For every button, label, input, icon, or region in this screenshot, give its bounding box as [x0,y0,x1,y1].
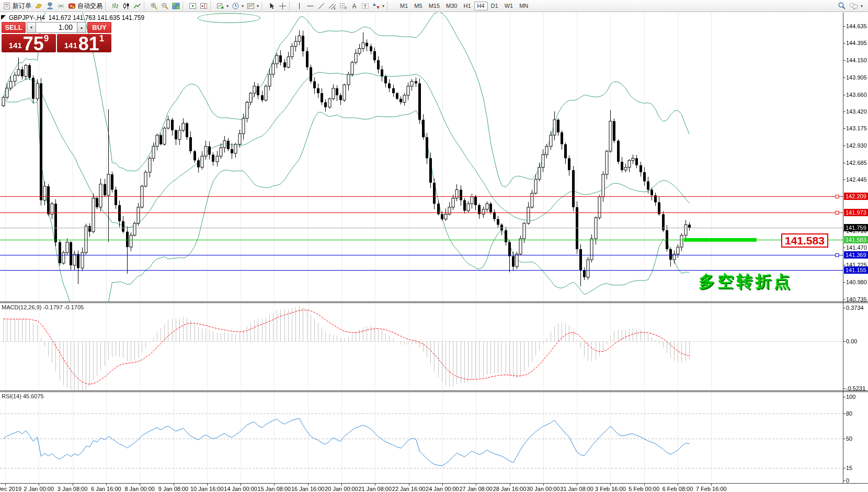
support-headset-icon [46,2,54,10]
fibonacci-button[interactable]: F [338,1,349,11]
time-tick-label: 7 Feb 16:00 [696,486,727,492]
text-label-button[interactable]: T [360,1,371,11]
time-tick-label: 6 Feb 08:00 [663,486,693,492]
auto-trading-label: 自动交易 [77,2,102,10]
sell-price-display[interactable]: 141759 [2,34,56,52]
toolbar-separator [261,2,264,10]
time-tick-label: 9 Jan 08:00 [158,486,189,492]
text-button[interactable]: A [349,1,360,11]
auto-trading-button[interactable]: 自动交易 [66,1,104,11]
dropdown-caret: ▾ [382,4,384,8]
timeframe-h1[interactable]: H1 [460,2,474,10]
tile-windows-button[interactable] [170,1,181,11]
vertical-line-button[interactable] [294,1,305,11]
cursor-icon [268,2,276,10]
search-button[interactable] [836,1,848,11]
ellipse-annotation[interactable] [198,13,260,23]
crosshair-button[interactable] [277,1,288,11]
timeframe-h4[interactable]: H4 [474,2,488,10]
price-line-label: 141.369 [844,251,868,259]
candle-chart-button[interactable] [121,1,132,11]
volume-increase-button[interactable]: ▴ [77,22,86,33]
trading-platform-window: { "toolbar": { "new_order": "新订单", "auto… [0,0,868,492]
new-chart-button[interactable]: ▾ [215,1,230,11]
time-tick-label: 6 Jan 16:00 [91,486,121,492]
crosshair-icon [279,2,287,10]
time-tick-label: 16 Jan 16:00 [291,486,325,492]
equidistant-channel-icon: E [328,2,336,10]
auto-scroll-icon [189,2,197,10]
rsi-axis-label: 100 [846,394,855,400]
timeframe-m15[interactable]: M15 [426,2,443,10]
chart-corner-marker [1,15,6,20]
timeframe-m30[interactable]: M30 [443,2,460,10]
sell-button[interactable]: SELL [2,22,26,33]
price-tick-label: 142.930 [846,142,867,149]
time-tick-label: 15 Jan 08:00 [258,486,291,492]
time-tick-label: 30 Jan 00:00 [527,486,560,492]
line-chart-button[interactable] [132,1,143,11]
price-tick-label: 144.150 [846,57,867,63]
price-line-label: 141.583 [844,236,868,243]
time-tick-label: 10 Jan 16:00 [190,486,224,492]
chat-bubbles-icon [849,2,859,10]
text-label-icon: T [361,2,369,10]
support-button[interactable] [44,1,55,11]
volume-field[interactable]: 1.00 [36,22,77,33]
time-tick-label: 28 Jan 16:00 [493,486,527,492]
price-tick-label: 141.470 [846,244,867,251]
auto-scroll-button[interactable] [187,1,198,11]
profiles-button[interactable]: ▾ [230,1,245,11]
templates-button[interactable]: ▾ [245,1,260,11]
new-order-button[interactable]: 新订单 [2,1,33,11]
macd-axis-label: 0.00 [846,338,857,344]
buy-price-display[interactable]: 141811 [57,34,111,52]
toolbar-right-group: ▾ [836,1,864,11]
svg-text:A: A [352,3,357,10]
arrow-objects-icon [372,2,380,10]
time-tick-label: 21 Jan 08:00 [358,486,392,492]
time-tick-label: 2 Jan 00:00 [24,486,54,492]
turning-point-annotation[interactable]: 多空转折点 [699,271,793,293]
toolbar-separator [144,2,146,10]
price-line-label: 142.209 [844,193,868,200]
toolbar-separator [289,2,292,10]
price-line-label: 141.973 [844,209,868,216]
horizontal-line-button[interactable] [305,1,316,11]
zoom-in-button[interactable] [149,1,159,11]
signals-button[interactable] [55,1,66,11]
buy-price-prefix: 141 [64,41,77,50]
fibonacci-icon: F [339,2,347,10]
toolbar: 新订单 自动交易 ▾ ▾ [0,0,868,12]
time-tick-label: 31 Jan 08:00 [560,486,593,492]
trendline-button[interactable] [316,1,327,11]
timeframe-m5[interactable]: M5 [411,2,425,10]
zoom-out-button[interactable] [159,1,170,11]
symbol-title: GBPJPY-,H4 [9,14,45,21]
timeframe-m1[interactable]: M1 [397,2,411,10]
time-tick-label: 30 Dec 2019 [0,486,21,492]
chart-shift-button[interactable] [198,1,209,11]
timeframe-w1[interactable]: W1 [501,2,517,10]
volume-decrease-button[interactable]: ▾ [27,22,36,33]
time-tick-label: 3 Jan 08:00 [58,486,88,492]
cursor-button[interactable] [266,1,277,11]
dropdown-caret: ▾ [861,4,863,8]
channel-button[interactable]: E [327,1,338,11]
timeframe-d1[interactable]: D1 [488,2,501,10]
price-level-annotation[interactable]: 141.583 [781,233,828,248]
gold-button[interactable] [33,1,44,11]
buy-price-main: 81 [78,36,99,52]
price-tick-label: 142.685 [846,160,867,166]
buy-button[interactable]: BUY [87,22,111,33]
bar-chart-button[interactable] [110,1,121,11]
price-tick-label: 140.980 [846,279,867,285]
time-tick-label: 8 Jan 00:00 [124,486,155,492]
timeframe-mn[interactable]: MN [516,2,531,10]
chart-canvas[interactable] [0,0,868,492]
price-tick-label: 143.420 [846,108,867,115]
arrows-button[interactable]: ▾ [371,1,386,11]
chat-button[interactable]: ▾ [848,1,864,11]
svg-text:F: F [345,6,347,10]
sell-price-pip: 9 [44,33,49,44]
